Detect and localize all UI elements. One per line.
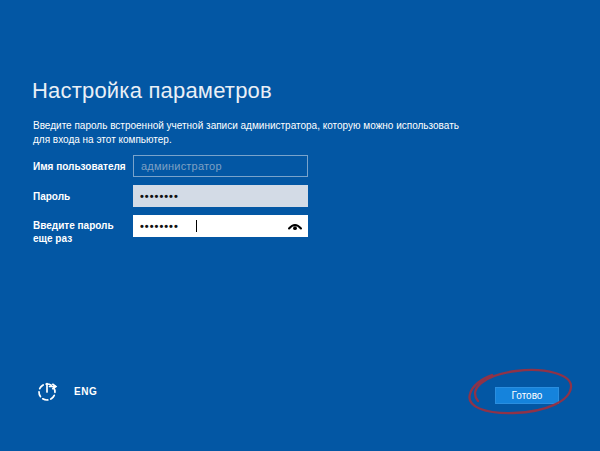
- username-input[interactable]: [133, 155, 308, 177]
- password-row: Пароль: [33, 185, 333, 207]
- password-field-wrap: [133, 185, 308, 207]
- text-cursor: [196, 220, 197, 232]
- ease-of-access-button[interactable]: [36, 380, 58, 402]
- username-row: Имя пользователя: [33, 155, 333, 177]
- ease-of-access-icon: [36, 380, 58, 402]
- username-field-wrap: [133, 155, 308, 177]
- confirm-password-label: Введите пароль еще раз: [33, 215, 133, 245]
- page-description: Введите пароль встроенной учетной записи…: [33, 119, 483, 147]
- confirm-password-input[interactable]: [133, 215, 308, 237]
- confirm-password-field-wrap: [133, 215, 308, 237]
- done-button[interactable]: Готово: [495, 387, 559, 404]
- page-title: Настройка параметров: [32, 78, 272, 104]
- password-label: Пароль: [33, 190, 133, 203]
- password-input[interactable]: [133, 185, 308, 207]
- confirm-password-row: Введите пароль еще раз: [33, 215, 333, 245]
- username-label: Имя пользователя: [33, 160, 133, 173]
- reveal-password-icon: [287, 221, 303, 232]
- oobe-settings-screen: Настройка параметров Введите пароль встр…: [0, 0, 600, 451]
- footer-left: ENG: [36, 380, 97, 402]
- admin-account-form: Имя пользователя Пароль Введите пароль е…: [33, 155, 333, 253]
- language-indicator[interactable]: ENG: [74, 386, 97, 397]
- reveal-password-button[interactable]: [287, 220, 303, 232]
